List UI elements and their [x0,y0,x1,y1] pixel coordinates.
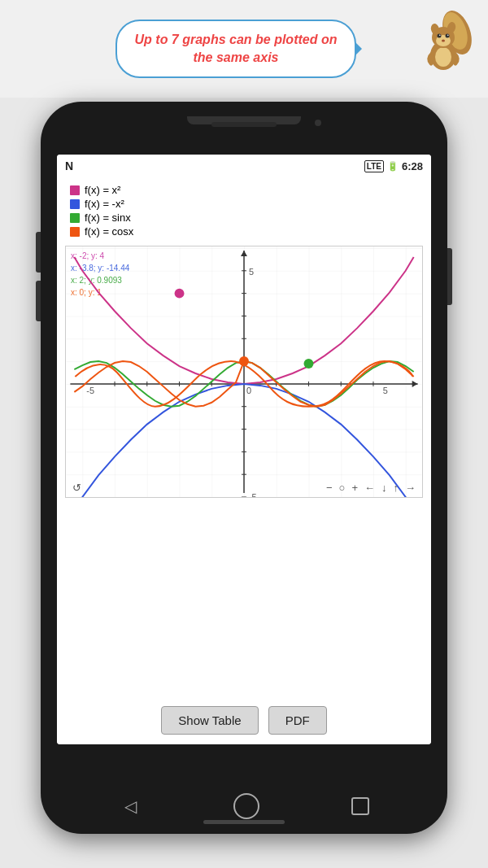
svg-point-9 [446,34,450,38]
legend-item-3: f(x) = sinx [70,212,418,224]
svg-point-3 [435,47,451,67]
graph-toolbar: ↺ − ○ + ← ↓ ↑ → [66,482,422,494]
volume-down-button[interactable] [36,281,41,321]
recent-apps-button[interactable] [351,797,369,815]
pan-down-button[interactable]: ↓ [381,482,387,494]
legend-item-2: f(x) = -x² [70,198,418,210]
pan-right-button[interactable]: → [405,482,416,494]
legend-color-4 [70,227,80,237]
legend-color-3 [70,213,80,223]
home-button[interactable] [233,793,259,819]
battery-icon: 🔋 [387,161,399,172]
status-bar: N LTE 🔋 6:28 [57,155,431,177]
svg-point-43 [304,359,314,369]
buttons-row: Show Table PDF [57,696,431,744]
svg-point-42 [239,356,249,366]
svg-point-12 [442,40,445,42]
legend-item-4: f(x) = cosx [70,225,418,238]
phone-nav-bar: ◁ [41,793,447,819]
zoom-in-button[interactable]: + [351,482,358,494]
carrier-logo: N [65,159,73,172]
phone-frame: N LTE 🔋 6:28 f(x) = x² f(x) = -x² f(x) =… [41,102,447,834]
clock: 6:28 [402,160,423,172]
legend: f(x) = x² f(x) = -x² f(x) = sinx f(x) = … [57,177,431,242]
speech-bubble: Up to 7 graphs can be plotted on the sam… [115,20,357,79]
pan-left-button[interactable]: ← [364,482,375,494]
phone-speaker [211,122,277,127]
banner-text: Up to 7 graphs can be plotted on the sam… [135,31,338,68]
graph-area[interactable]: x: -2; y: 4 x: -3.8; y: -14.44 x: 2; y: … [57,242,431,696]
zoom-circle: ○ [339,482,346,494]
pan-up-button[interactable]: ↑ [394,482,399,494]
pdf-button[interactable]: PDF [268,706,327,735]
graph-svg: 5 -5 -5 5 0 [66,246,422,497]
svg-point-10 [439,34,441,36]
graph-container[interactable]: x: -2; y: 4 x: -3.8; y: -14.44 x: 2; y: … [65,246,423,498]
volume-up-button[interactable] [36,232,41,273]
legend-color-2 [70,199,80,209]
legend-color-1 [70,185,80,195]
svg-text:5: 5 [249,267,254,277]
phone-screen: N LTE 🔋 6:28 f(x) = x² f(x) = -x² f(x) =… [57,155,431,744]
show-table-button[interactable]: Show Table [161,706,258,735]
svg-point-8 [438,34,442,38]
legend-item-1: f(x) = x² [70,184,418,196]
svg-point-11 [447,34,449,36]
lte-indicator: LTE [364,160,384,172]
phone-bottom-bar [203,820,285,824]
front-camera [315,120,321,126]
legend-label-4: f(x) = cosx [85,225,133,238]
reset-icon[interactable]: ↺ [72,482,81,494]
power-button[interactable] [447,248,452,305]
legend-label-2: f(x) = -x² [85,198,124,210]
status-right: LTE 🔋 6:28 [364,160,423,172]
legend-label-3: f(x) = sinx [85,212,131,224]
svg-point-41 [175,289,185,299]
svg-text:5: 5 [383,386,388,395]
legend-label-1: f(x) = x² [85,184,120,196]
back-button[interactable]: ◁ [119,795,142,818]
squirrel-icon [415,8,472,73]
top-banner: Up to 7 graphs can be plotted on the sam… [0,0,488,98]
zoom-out-button[interactable]: − [326,482,333,494]
svg-text:0: 0 [246,386,251,395]
